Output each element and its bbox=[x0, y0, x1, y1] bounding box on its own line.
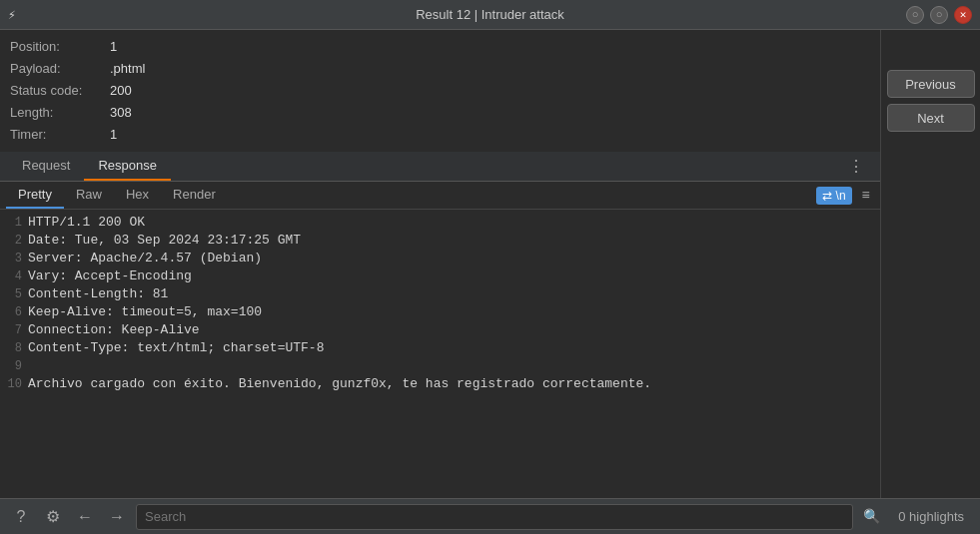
tab-request[interactable]: Request bbox=[8, 152, 84, 181]
table-row: 6Keep-Alive: timeout=5, max=100 bbox=[0, 303, 880, 321]
highlights-count: 0 bbox=[898, 509, 905, 524]
status-code-value: 200 bbox=[110, 80, 132, 102]
code-area[interactable]: 1HTTP/1.1 200 OK2Date: Tue, 03 Sep 2024 … bbox=[0, 210, 880, 498]
sub-tab-pretty[interactable]: Pretty bbox=[6, 182, 64, 209]
tab-response[interactable]: Response bbox=[84, 152, 171, 181]
app-icon: ⚡ bbox=[8, 7, 16, 23]
main-content: Position: 1 Payload: .phtml Status code:… bbox=[0, 30, 980, 498]
highlights-badge: 0 highlights bbox=[890, 509, 972, 524]
payload-label: Payload: bbox=[10, 58, 110, 80]
line-content: Keep-Alive: timeout=5, max=100 bbox=[28, 303, 262, 321]
sub-tab-render[interactable]: Render bbox=[161, 182, 228, 209]
position-value: 1 bbox=[110, 36, 117, 58]
table-row: 3Server: Apache/2.4.57 (Debian) bbox=[0, 250, 880, 267]
length-label: Length: bbox=[10, 102, 110, 124]
table-row: 1HTTP/1.1 200 OK bbox=[0, 214, 880, 232]
payload-value: .phtml bbox=[110, 58, 145, 80]
status-code-row: Status code: 200 bbox=[10, 80, 870, 102]
line-number: 9 bbox=[0, 357, 28, 375]
table-row: 5Content-Length: 81 bbox=[0, 285, 880, 303]
search-input[interactable] bbox=[136, 504, 853, 530]
window-title: Result 12 | Intruder attack bbox=[416, 7, 564, 22]
table-row: 8Content-Type: text/html; charset=UTF-8 bbox=[0, 339, 880, 357]
left-panel: Position: 1 Payload: .phtml Status code:… bbox=[0, 30, 880, 498]
table-row: 4Vary: Accept-Encoding bbox=[0, 267, 880, 285]
tab-more-icon[interactable]: ⋮ bbox=[840, 153, 872, 181]
window-controls: ○ ○ ✕ bbox=[906, 6, 972, 24]
maximize-button[interactable]: ○ bbox=[930, 6, 948, 24]
line-content: Date: Tue, 03 Sep 2024 23:17:25 GMT bbox=[28, 232, 301, 250]
timer-label: Timer: bbox=[10, 124, 110, 146]
highlights-label: highlights bbox=[909, 509, 964, 524]
position-row: Position: 1 bbox=[10, 36, 870, 58]
sub-tabs-row: Pretty Raw Hex Render ⇄ \n ≡ bbox=[0, 182, 880, 210]
sub-tab-hex[interactable]: Hex bbox=[114, 182, 161, 209]
length-value: 308 bbox=[110, 102, 132, 124]
line-content: Content-Type: text/html; charset=UTF-8 bbox=[28, 339, 324, 357]
help-button[interactable]: ? bbox=[8, 504, 34, 530]
line-content: Server: Apache/2.4.57 (Debian) bbox=[28, 250, 262, 267]
sub-tab-actions: ⇄ \n ≡ bbox=[816, 186, 874, 206]
forward-button[interactable]: → bbox=[104, 504, 130, 530]
right-panel: Previous Next bbox=[880, 30, 980, 498]
length-row: Length: 308 bbox=[10, 102, 870, 124]
payload-row: Payload: .phtml bbox=[10, 58, 870, 80]
settings-button[interactable]: ⚙ bbox=[40, 504, 66, 530]
format-icon[interactable]: ≡ bbox=[858, 186, 874, 206]
line-number: 1 bbox=[0, 214, 28, 232]
sub-tab-raw[interactable]: Raw bbox=[64, 182, 114, 209]
close-button[interactable]: ✕ bbox=[954, 6, 972, 24]
back-button[interactable]: ← bbox=[72, 504, 98, 530]
timer-value: 1 bbox=[110, 124, 117, 146]
line-content: Archivo cargado con éxito. Bienvenido, g… bbox=[28, 375, 651, 393]
info-section: Position: 1 Payload: .phtml Status code:… bbox=[0, 30, 880, 152]
table-row: 7Connection: Keep-Alive bbox=[0, 321, 880, 339]
line-number: 4 bbox=[0, 267, 28, 285]
timer-row: Timer: 1 bbox=[10, 124, 870, 146]
line-number: 3 bbox=[0, 250, 28, 267]
table-row: 9 bbox=[0, 357, 880, 375]
bottom-bar: ? ⚙ ← → 🔍 0 highlights bbox=[0, 498, 980, 534]
line-content: Vary: Accept-Encoding bbox=[28, 267, 192, 285]
previous-button[interactable]: Previous bbox=[887, 70, 975, 98]
next-button[interactable]: Next bbox=[887, 104, 975, 132]
titlebar: ⚡ Result 12 | Intruder attack ○ ○ ✕ bbox=[0, 0, 980, 30]
minimize-button[interactable]: ○ bbox=[906, 6, 924, 24]
line-number: 8 bbox=[0, 339, 28, 357]
line-number: 10 bbox=[0, 375, 28, 393]
position-label: Position: bbox=[10, 36, 110, 58]
table-row: 2Date: Tue, 03 Sep 2024 23:17:25 GMT bbox=[0, 232, 880, 250]
line-number: 2 bbox=[0, 232, 28, 250]
table-row: 10Archivo cargado con éxito. Bienvenido,… bbox=[0, 375, 880, 393]
line-number: 6 bbox=[0, 303, 28, 321]
line-number: 5 bbox=[0, 285, 28, 303]
tabs-row: Request Response ⋮ bbox=[0, 152, 880, 182]
line-number: 7 bbox=[0, 321, 28, 339]
status-code-label: Status code: bbox=[10, 80, 110, 102]
search-icon: 🔍 bbox=[859, 508, 884, 525]
wrap-button[interactable]: ⇄ \n bbox=[816, 187, 851, 205]
line-content: HTTP/1.1 200 OK bbox=[28, 214, 145, 232]
line-content: Connection: Keep-Alive bbox=[28, 321, 200, 339]
line-content: Content-Length: 81 bbox=[28, 285, 168, 303]
